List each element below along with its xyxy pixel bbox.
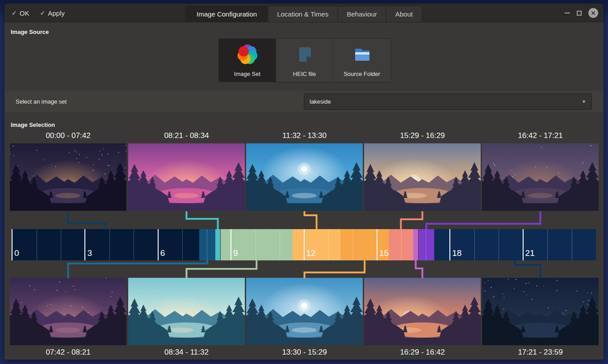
- time-range-label: 15:29 - 16:29: [364, 131, 481, 142]
- thumbnail-bottom-1[interactable]: [10, 278, 126, 345]
- maximize-button[interactable]: [577, 11, 582, 16]
- connector-3: [187, 211, 218, 230]
- time-range-label: 07:42 - 08:21: [10, 348, 126, 359]
- image-source-options: Image Set HEIC file Source Folder: [218, 38, 391, 82]
- source-option-label: HEIC file: [293, 71, 316, 77]
- thumbnail-top-3[interactable]: [246, 143, 363, 211]
- timeline-tick-hour-15: [377, 229, 377, 260]
- connector-8: [416, 260, 423, 278]
- time-range-label: 00:00 - 07:42: [10, 131, 126, 142]
- timeline-tick-hour-23: [572, 229, 572, 260]
- tab-image-configuration[interactable]: Image Configuration: [185, 6, 268, 22]
- connector-2: [68, 260, 208, 278]
- desktop-background: ✓ OK ✓ Apply Image ConfigurationLocation…: [0, 0, 608, 364]
- heic-file-icon: [294, 44, 315, 67]
- timeline-tick-hour-5: [134, 229, 134, 260]
- timeline-tick-hour-16: [401, 229, 402, 260]
- timeline-hour-label-9: 9: [233, 248, 238, 258]
- image-source-heading: Image Source: [11, 29, 49, 35]
- source-option-source-folder[interactable]: Source Folder: [333, 39, 390, 82]
- timeline-hour-label-0: 0: [14, 248, 19, 258]
- time-range-label: 17:21 - 23:59: [482, 348, 599, 359]
- timeline-segment-2: [199, 229, 215, 260]
- timeline-tick-hour-18: [449, 229, 450, 260]
- connector-9: [426, 211, 540, 230]
- close-button[interactable]: ✕: [588, 8, 598, 18]
- timeline-hour-label-12: 12: [306, 248, 316, 258]
- chevron-down-icon: ▼: [582, 99, 586, 104]
- timeline-tick-hour-17: [426, 229, 426, 260]
- image-set-dropdown[interactable]: lakeside ▼: [304, 93, 592, 110]
- timeline-tick-hour-13: [328, 229, 329, 260]
- timeline-tick-hour-11: [280, 229, 280, 260]
- connector-1: [68, 211, 106, 230]
- timeline-segment-9: [419, 229, 434, 260]
- thumbnail-bottom-3[interactable]: [246, 278, 363, 345]
- timeline-tick-hour-9: [231, 229, 231, 260]
- connector-5: [305, 211, 317, 230]
- timeline-tick-hour-3: [84, 229, 85, 260]
- time-range-label: 11:32 - 13:30: [246, 131, 363, 142]
- source-folder-icon: [351, 44, 373, 67]
- thumbnail-top-2[interactable]: [128, 143, 245, 211]
- timeline-tick-hour-20: [499, 229, 499, 260]
- apply-button-label: Apply: [48, 9, 65, 17]
- connector-6: [305, 260, 365, 278]
- timeline-hour-label-3: 3: [87, 248, 92, 258]
- timeline-tick-hour-2: [61, 229, 61, 260]
- timeline-tick-hour-6: [158, 229, 159, 260]
- thumbnail-top-4[interactable]: [364, 143, 481, 211]
- timeline-segment-1: [12, 229, 199, 260]
- timeline-tick-hour-12: [304, 229, 305, 260]
- timeline-segment-8: [413, 229, 419, 260]
- time-range-label: 16:42 - 17:21: [482, 131, 599, 142]
- source-option-heic-file[interactable]: HEIC file: [276, 39, 333, 82]
- timeline-tick-hour-1: [37, 229, 37, 260]
- source-option-image-set[interactable]: Image Set: [219, 39, 276, 82]
- ok-button[interactable]: ✓ OK: [12, 9, 29, 17]
- timeline-tick-hour-8: [207, 229, 207, 260]
- image-set-label: Select an image set: [16, 91, 67, 112]
- thumbnail-bottom-2[interactable]: [128, 278, 245, 345]
- time-range-label: 08:34 - 11:32: [128, 348, 245, 359]
- time-range-label: 13:30 - 15:29: [246, 348, 363, 359]
- image-set-row: Select an image set lakeside ▼: [4, 91, 604, 112]
- thumbnail-bottom-5[interactable]: [482, 278, 599, 345]
- check-icon: ✓: [40, 9, 45, 17]
- timeline-tick-hour-14: [352, 229, 353, 260]
- timeline-segment-5: [293, 229, 340, 260]
- thumbnail-top-1[interactable]: [10, 143, 126, 211]
- connector-4: [187, 260, 257, 278]
- app-window: ✓ OK ✓ Apply Image ConfigurationLocation…: [4, 4, 604, 360]
- source-option-label: Source Folder: [344, 71, 380, 77]
- timeline-tick-hour-19: [474, 229, 475, 260]
- image-set-icon: [237, 44, 258, 67]
- thumbnail-bottom-4[interactable]: [364, 278, 481, 345]
- timeline-hour-label-21: 21: [525, 248, 535, 258]
- tab-behaviour[interactable]: Behaviour: [337, 6, 386, 22]
- timeline-segment-3: [215, 229, 221, 260]
- timeline-hour-label-6: 6: [160, 248, 165, 258]
- timeline-bar: 036912151821: [12, 229, 596, 260]
- tab-about[interactable]: About: [386, 6, 422, 22]
- timeline-tick-hour-4: [109, 229, 110, 260]
- ok-button-label: OK: [20, 9, 29, 17]
- titlebar: ✓ OK ✓ Apply Image ConfigurationLocation…: [4, 4, 604, 22]
- tab-location-times[interactable]: Location & Times: [268, 6, 338, 22]
- check-icon: ✓: [12, 9, 17, 17]
- window-controls: ✕: [565, 4, 598, 22]
- timeline-tick-hour-7: [182, 229, 183, 260]
- time-range-label: 08:21 - 08:34: [128, 131, 245, 142]
- thumbnail-top-5[interactable]: [482, 143, 599, 211]
- timeline-tick-hour-10: [256, 229, 256, 260]
- source-option-label: Image Set: [234, 71, 260, 77]
- tab-bar: Image ConfigurationLocation & TimesBehav…: [186, 6, 422, 22]
- apply-button[interactable]: ✓ Apply: [40, 9, 64, 17]
- timeline-hour-label-15: 15: [379, 248, 389, 258]
- connector-7: [401, 211, 422, 230]
- image-selection-heading: Image Selection: [11, 121, 55, 128]
- minimize-button[interactable]: [565, 13, 570, 13]
- timeline-tick-hour-21: [523, 229, 524, 260]
- timeline-hour-label-18: 18: [452, 248, 461, 258]
- image-set-value: lakeside: [310, 98, 582, 105]
